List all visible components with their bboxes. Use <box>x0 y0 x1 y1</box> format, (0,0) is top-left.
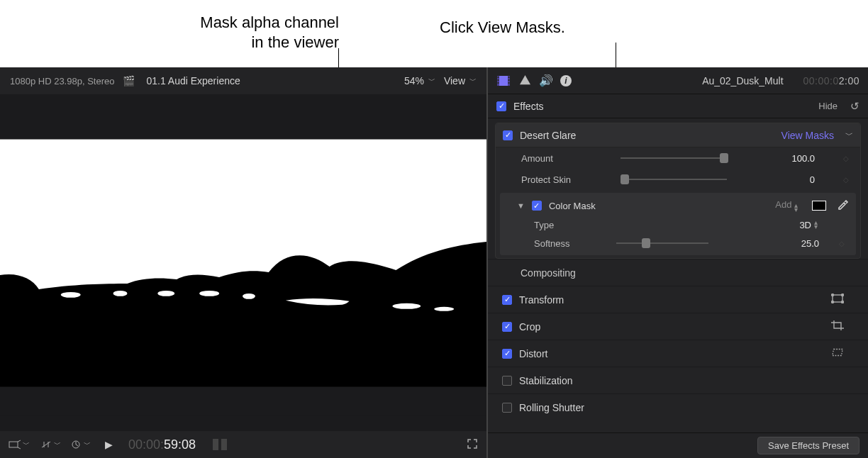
view-dropdown[interactable]: View ﹀ <box>444 75 477 86</box>
chevron-down-icon: ﹀ <box>469 76 477 86</box>
chevron-down-icon: ﹀ <box>54 440 61 449</box>
svg-point-21 <box>832 294 834 296</box>
svg-rect-17 <box>508 77 510 78</box>
inspector-panel: 🔊 i Au_02_Dusk_Mult 00:00:02:00 Effects … <box>488 67 868 458</box>
hide-effects-button[interactable]: Hide <box>818 101 838 111</box>
color-inspector-tab[interactable] <box>518 74 532 88</box>
param-protect-skin: Protect Skin 0 ◇ <box>496 169 860 190</box>
rolling-shutter-checkbox[interactable] <box>502 403 512 413</box>
stepper-icon: ▴▾ <box>794 203 798 212</box>
distort-checkbox[interactable] <box>502 349 512 359</box>
viewer-header: 1080p HD 23.98p, Stereo 🎬 01.1 Audi Expe… <box>0 67 486 94</box>
param-label: Protect Skin <box>521 174 613 185</box>
slider-thumb[interactable] <box>642 238 650 248</box>
reset-button[interactable]: ↺ <box>850 100 859 113</box>
annotation-view-masks: Click View Masks. <box>440 18 624 38</box>
video-inspector-tab[interactable] <box>496 74 511 88</box>
disclosure-triangle[interactable]: ▼ <box>517 201 525 210</box>
mask-softness-row: Softness 25.0 ◇ <box>517 234 849 252</box>
crop-icon[interactable] <box>831 320 844 333</box>
viewer-panel: 1080p HD 23.98p, Stereo 🎬 01.1 Audi Expe… <box>0 67 488 458</box>
color-mask-checkbox[interactable] <box>532 201 542 211</box>
effects-section-label: Effects <box>513 101 544 112</box>
softness-label: Softness <box>534 238 609 249</box>
annotation-mask-alpha: Mask alpha channel in the viewer <box>148 13 339 52</box>
viewer-media[interactable] <box>0 94 486 431</box>
effect-desert-glare: Desert Glare View Masks ﹀ Amount 100.0 ◇… <box>495 123 861 259</box>
keyframe-icon[interactable]: ◇ <box>839 240 845 247</box>
chevron-down-icon: ﹀ <box>428 76 435 86</box>
type-popup[interactable]: 3D ▴▾ <box>799 220 818 230</box>
keyframe-icon[interactable]: ◇ <box>843 155 849 162</box>
distort-section[interactable]: Distort <box>488 340 868 367</box>
svg-rect-9 <box>9 442 18 447</box>
stabilization-section[interactable]: Stabilization <box>488 367 868 393</box>
transport-bar: ﹀ ﹀ ﹀ ▶ 00:00:59:08 <box>0 431 486 458</box>
transform-label: Transform <box>519 294 564 306</box>
keyframe-icon[interactable]: ◇ <box>843 176 849 184</box>
rolling-shutter-label: Rolling Shutter <box>519 402 584 413</box>
effects-checkbox[interactable] <box>496 101 506 111</box>
retime-dropdown[interactable]: ﹀ <box>71 440 91 449</box>
chevron-down-icon: ﹀ <box>23 440 30 449</box>
softness-slider[interactable] <box>616 242 708 244</box>
effect-header[interactable]: Desert Glare View Masks ﹀ <box>496 123 860 147</box>
effects-section-header: Effects Hide ↺ <box>488 94 868 118</box>
zoom-dropdown[interactable]: 54% ﹀ <box>404 75 435 86</box>
svg-point-8 <box>434 306 454 311</box>
svg-point-7 <box>392 303 421 308</box>
svg-point-6 <box>243 293 255 298</box>
svg-rect-20 <box>833 295 842 302</box>
transform-checkbox[interactable] <box>502 295 512 305</box>
info-inspector-tab[interactable]: i <box>560 75 572 86</box>
compositing-section[interactable]: Compositing <box>488 259 868 286</box>
svg-rect-18 <box>508 79 510 81</box>
svg-rect-15 <box>498 79 499 81</box>
protect-skin-slider[interactable] <box>621 179 727 180</box>
effect-dropdown-chevron[interactable]: ﹀ <box>845 130 853 140</box>
clip-appearance-dropdown[interactable]: ﹀ <box>9 440 30 449</box>
fullscreen-button[interactable] <box>467 438 478 452</box>
amount-value[interactable]: 100.0 <box>772 153 815 164</box>
transform-section[interactable]: Transform <box>488 286 868 313</box>
svg-point-24 <box>842 301 844 303</box>
rolling-shutter-section[interactable]: Rolling Shutter <box>488 393 868 420</box>
inspector-body: Effects Hide ↺ Desert Glare View Masks ﹀… <box>488 94 868 432</box>
app-window: 1080p HD 23.98p, Stereo 🎬 01.1 Audi Expe… <box>0 67 868 458</box>
save-effects-preset-button[interactable]: Save Effects Preset <box>757 437 859 454</box>
eyedropper-icon[interactable] <box>838 199 849 213</box>
mask-type-row: Type 3D ▴▾ <box>517 216 849 234</box>
transform-icon[interactable] <box>831 294 844 306</box>
svg-point-23 <box>832 301 834 303</box>
play-button[interactable]: ▶ <box>105 439 113 450</box>
softness-value[interactable]: 25.0 <box>777 238 819 249</box>
param-label: Amount <box>521 153 613 164</box>
clapperboard-icon: 🎬 <box>123 75 135 86</box>
stabilization-checkbox[interactable] <box>502 376 512 386</box>
timecode-display[interactable]: 00:00:59:08 <box>128 437 196 452</box>
zoom-value: 54% <box>404 75 424 86</box>
view-masks-button[interactable]: View Masks <box>781 130 834 141</box>
clip-timecode: 00:00:02:00 <box>803 75 859 86</box>
distort-icon[interactable] <box>831 347 844 360</box>
snapping-dropdown[interactable]: ﹀ <box>40 440 61 449</box>
slider-thumb[interactable] <box>621 174 629 184</box>
amount-slider[interactable] <box>621 157 727 159</box>
project-name: 01.1 Audi Experience <box>146 75 240 86</box>
protect-skin-value[interactable]: 0 <box>772 174 815 185</box>
color-swatch[interactable] <box>812 201 826 211</box>
type-label: Type <box>534 220 609 230</box>
add-mask-popup[interactable]: Add ▴▾ <box>775 199 798 212</box>
color-mask-label: Color Mask <box>549 201 596 211</box>
crop-section[interactable]: Crop <box>488 313 868 340</box>
color-mask-row: ▼ Color Mask Add ▴▾ Type <box>500 193 856 255</box>
slider-thumb[interactable] <box>720 153 728 163</box>
svg-point-2 <box>61 291 81 297</box>
crop-checkbox[interactable] <box>502 322 512 332</box>
svg-rect-19 <box>508 82 510 84</box>
effect-checkbox[interactable] <box>503 130 513 140</box>
audio-skim-indicator <box>213 438 234 451</box>
svg-point-22 <box>842 294 844 296</box>
audio-inspector-tab[interactable]: 🔊 <box>539 74 553 88</box>
crop-label: Crop <box>519 321 540 333</box>
